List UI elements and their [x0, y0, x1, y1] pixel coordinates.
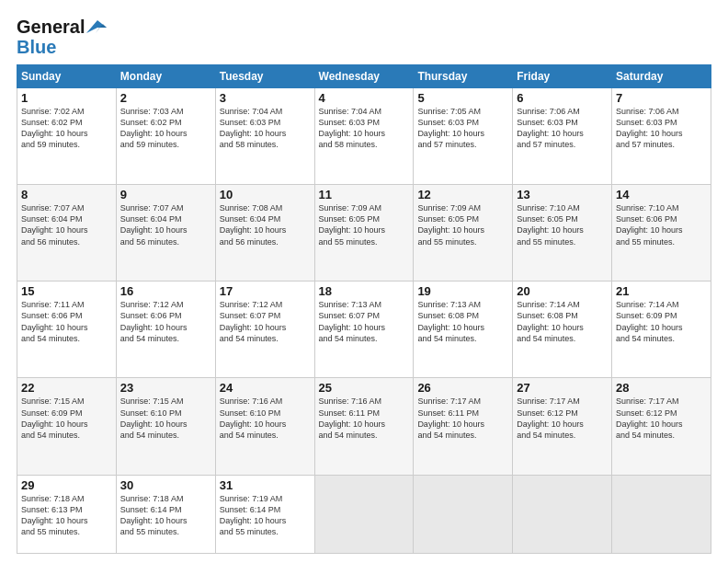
calendar-cell: 1Sunrise: 7:02 AM Sunset: 6:02 PM Daylig… — [17, 88, 117, 185]
day-info: Sunrise: 7:17 AM Sunset: 6:12 PM Dayligh… — [616, 396, 707, 441]
week-row-2: 8Sunrise: 7:07 AM Sunset: 6:04 PM Daylig… — [17, 185, 711, 282]
day-info: Sunrise: 7:16 AM Sunset: 6:11 PM Dayligh… — [319, 396, 410, 441]
day-info: Sunrise: 7:13 AM Sunset: 6:07 PM Dayligh… — [319, 299, 410, 344]
calendar-cell: 6Sunrise: 7:06 AM Sunset: 6:03 PM Daylig… — [513, 88, 612, 185]
calendar-cell: 13Sunrise: 7:10 AM Sunset: 6:05 PM Dayli… — [513, 185, 612, 282]
day-number: 11 — [319, 188, 410, 201]
day-info: Sunrise: 7:11 AM Sunset: 6:06 PM Dayligh… — [21, 299, 112, 344]
logo-bird-icon — [86, 20, 107, 33]
weekday-header-saturday: Saturday — [612, 65, 711, 88]
calendar-cell: 11Sunrise: 7:09 AM Sunset: 6:05 PM Dayli… — [314, 185, 414, 282]
day-number: 30 — [120, 478, 211, 492]
calendar-cell: 14Sunrise: 7:10 AM Sunset: 6:06 PM Dayli… — [612, 185, 711, 282]
calendar-cell: 5Sunrise: 7:05 AM Sunset: 6:03 PM Daylig… — [414, 88, 513, 185]
calendar-cell: 7Sunrise: 7:06 AM Sunset: 6:03 PM Daylig… — [612, 88, 711, 185]
calendar-cell: 30Sunrise: 7:18 AM Sunset: 6:14 PM Dayli… — [116, 475, 215, 554]
calendar-cell: 19Sunrise: 7:13 AM Sunset: 6:08 PM Dayli… — [414, 282, 513, 378]
weekday-header-thursday: Thursday — [414, 65, 513, 88]
week-row-3: 15Sunrise: 7:11 AM Sunset: 6:06 PM Dayli… — [17, 282, 711, 378]
day-info: Sunrise: 7:05 AM Sunset: 6:03 PM Dayligh… — [417, 106, 508, 151]
day-info: Sunrise: 7:02 AM Sunset: 6:02 PM Dayligh… — [21, 106, 112, 151]
day-number: 24 — [220, 381, 311, 395]
calendar-cell: 25Sunrise: 7:16 AM Sunset: 6:11 PM Dayli… — [314, 378, 414, 475]
page: General Blue SundayMondayTuesdayWednesda… — [0, 0, 728, 563]
day-number: 9 — [120, 188, 211, 201]
calendar-cell: 24Sunrise: 7:16 AM Sunset: 6:10 PM Dayli… — [215, 378, 314, 475]
day-number: 13 — [517, 188, 608, 201]
logo-blue: Blue — [17, 37, 107, 57]
day-number: 26 — [417, 381, 508, 395]
day-info: Sunrise: 7:12 AM Sunset: 6:07 PM Dayligh… — [220, 299, 311, 344]
day-number: 21 — [616, 284, 707, 298]
day-number: 2 — [120, 91, 211, 105]
day-number: 23 — [120, 381, 211, 395]
weekday-header-wednesday: Wednesday — [314, 65, 414, 88]
day-info: Sunrise: 7:03 AM Sunset: 6:02 PM Dayligh… — [120, 106, 211, 151]
day-info: Sunrise: 7:04 AM Sunset: 6:03 PM Dayligh… — [319, 106, 410, 151]
day-info: Sunrise: 7:06 AM Sunset: 6:03 PM Dayligh… — [517, 106, 608, 151]
logo-general: General — [17, 17, 85, 37]
day-number: 6 — [517, 91, 608, 105]
day-info: Sunrise: 7:15 AM Sunset: 6:09 PM Dayligh… — [21, 396, 112, 441]
day-number: 3 — [220, 91, 311, 105]
day-info: Sunrise: 7:09 AM Sunset: 6:05 PM Dayligh… — [319, 202, 410, 247]
day-info: Sunrise: 7:14 AM Sunset: 6:09 PM Dayligh… — [616, 299, 707, 344]
calendar-cell — [414, 475, 513, 554]
day-info: Sunrise: 7:17 AM Sunset: 6:11 PM Dayligh… — [417, 396, 508, 441]
week-row-4: 22Sunrise: 7:15 AM Sunset: 6:09 PM Dayli… — [17, 378, 711, 475]
day-number: 1 — [21, 91, 112, 105]
calendar-cell: 20Sunrise: 7:14 AM Sunset: 6:08 PM Dayli… — [513, 282, 612, 378]
calendar-cell: 2Sunrise: 7:03 AM Sunset: 6:02 PM Daylig… — [116, 88, 215, 185]
day-info: Sunrise: 7:18 AM Sunset: 6:13 PM Dayligh… — [21, 493, 112, 538]
day-number: 15 — [21, 284, 112, 298]
week-row-5: 29Sunrise: 7:18 AM Sunset: 6:13 PM Dayli… — [17, 475, 711, 554]
calendar-cell: 9Sunrise: 7:07 AM Sunset: 6:04 PM Daylig… — [116, 185, 215, 282]
day-number: 5 — [417, 91, 508, 105]
weekday-header-friday: Friday — [513, 65, 612, 88]
day-info: Sunrise: 7:08 AM Sunset: 6:04 PM Dayligh… — [220, 202, 311, 247]
day-number: 22 — [21, 381, 112, 395]
calendar-cell: 29Sunrise: 7:18 AM Sunset: 6:13 PM Dayli… — [17, 475, 117, 554]
day-number: 4 — [319, 91, 410, 105]
day-info: Sunrise: 7:09 AM Sunset: 6:05 PM Dayligh… — [417, 202, 508, 247]
day-info: Sunrise: 7:13 AM Sunset: 6:08 PM Dayligh… — [417, 299, 508, 344]
day-number: 10 — [220, 188, 311, 201]
calendar-cell: 26Sunrise: 7:17 AM Sunset: 6:11 PM Dayli… — [414, 378, 513, 475]
calendar-cell — [314, 475, 414, 554]
calendar-cell: 31Sunrise: 7:19 AM Sunset: 6:14 PM Dayli… — [215, 475, 314, 554]
calendar-cell: 22Sunrise: 7:15 AM Sunset: 6:09 PM Dayli… — [17, 378, 117, 475]
calendar-cell: 23Sunrise: 7:15 AM Sunset: 6:10 PM Dayli… — [116, 378, 215, 475]
calendar-cell: 3Sunrise: 7:04 AM Sunset: 6:03 PM Daylig… — [215, 88, 314, 185]
weekday-header-tuesday: Tuesday — [215, 65, 314, 88]
calendar-cell: 28Sunrise: 7:17 AM Sunset: 6:12 PM Dayli… — [612, 378, 711, 475]
day-info: Sunrise: 7:12 AM Sunset: 6:06 PM Dayligh… — [120, 299, 211, 344]
calendar-cell: 4Sunrise: 7:04 AM Sunset: 6:03 PM Daylig… — [314, 88, 414, 185]
day-number: 7 — [616, 91, 707, 105]
day-info: Sunrise: 7:10 AM Sunset: 6:05 PM Dayligh… — [517, 202, 608, 247]
calendar-cell: 15Sunrise: 7:11 AM Sunset: 6:06 PM Dayli… — [17, 282, 117, 378]
day-number: 27 — [517, 381, 608, 395]
calendar-cell: 21Sunrise: 7:14 AM Sunset: 6:09 PM Dayli… — [612, 282, 711, 378]
day-number: 18 — [319, 284, 410, 298]
day-number: 8 — [21, 188, 112, 201]
logo: General Blue — [17, 17, 107, 57]
calendar-cell — [612, 475, 711, 554]
day-info: Sunrise: 7:04 AM Sunset: 6:03 PM Dayligh… — [220, 106, 311, 151]
day-number: 14 — [616, 188, 707, 201]
calendar-cell: 17Sunrise: 7:12 AM Sunset: 6:07 PM Dayli… — [215, 282, 314, 378]
day-number: 29 — [21, 478, 112, 492]
day-info: Sunrise: 7:15 AM Sunset: 6:10 PM Dayligh… — [120, 396, 211, 441]
calendar-cell: 16Sunrise: 7:12 AM Sunset: 6:06 PM Dayli… — [116, 282, 215, 378]
calendar-cell — [513, 475, 612, 554]
day-info: Sunrise: 7:06 AM Sunset: 6:03 PM Dayligh… — [616, 106, 707, 151]
day-info: Sunrise: 7:07 AM Sunset: 6:04 PM Dayligh… — [21, 202, 112, 247]
calendar-cell: 12Sunrise: 7:09 AM Sunset: 6:05 PM Dayli… — [414, 185, 513, 282]
day-info: Sunrise: 7:14 AM Sunset: 6:08 PM Dayligh… — [517, 299, 608, 344]
day-number: 16 — [120, 284, 211, 298]
weekday-header-monday: Monday — [116, 65, 215, 88]
day-number: 20 — [517, 284, 608, 298]
calendar-table: SundayMondayTuesdayWednesdayThursdayFrid… — [17, 64, 711, 554]
day-number: 12 — [417, 188, 508, 201]
day-info: Sunrise: 7:16 AM Sunset: 6:10 PM Dayligh… — [220, 396, 311, 441]
calendar-cell: 10Sunrise: 7:08 AM Sunset: 6:04 PM Dayli… — [215, 185, 314, 282]
